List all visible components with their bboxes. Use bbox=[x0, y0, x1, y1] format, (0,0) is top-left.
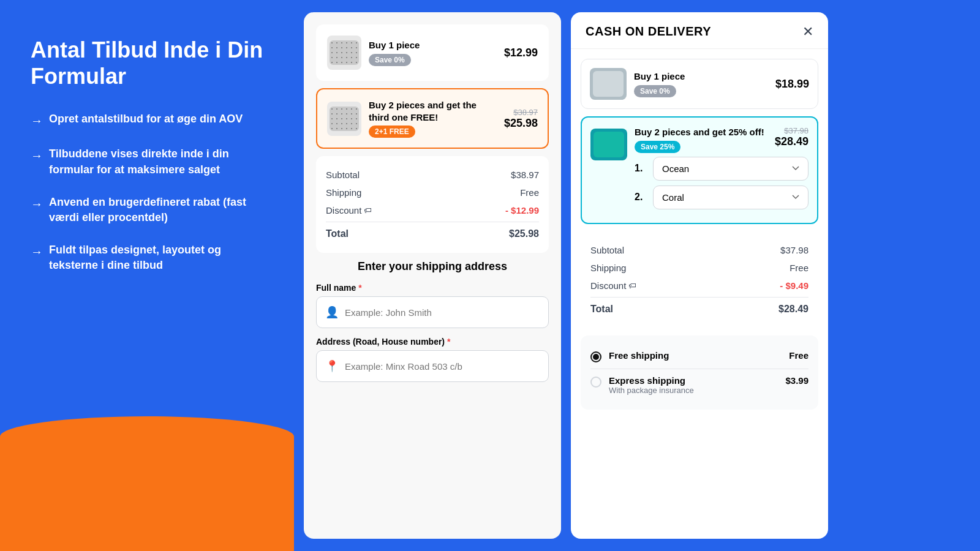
center-product-1-info: Buy 1 piece Save 0% bbox=[369, 39, 497, 66]
feature-item-3: → Anvend en brugerdefineret rabat (fast … bbox=[31, 195, 263, 225]
right-product-1-badge: Save 0% bbox=[634, 85, 676, 97]
right-subtotal-value: $37.98 bbox=[780, 245, 809, 255]
right-title: CASH ON DELIVERY bbox=[586, 24, 711, 39]
right-pillow-inner-1 bbox=[593, 71, 624, 97]
right-product-2-thumb bbox=[590, 129, 627, 160]
right-total-label: Total bbox=[590, 304, 613, 315]
right-product-2-price-value: $28.49 bbox=[775, 135, 809, 148]
center-subtotal-row: Subtotal $38.97 bbox=[326, 166, 539, 184]
center-product-2-price-value: $25.98 bbox=[504, 117, 538, 130]
left-panel: Antal Tilbud Inde i Din Formular → Opret… bbox=[0, 0, 294, 551]
full-name-field: Full name * 👤 bbox=[316, 283, 549, 328]
shipping-form-title: Enter your shipping address bbox=[316, 260, 549, 273]
center-product-1-badges: Save 0% bbox=[369, 54, 497, 66]
arrow-icon-3: → bbox=[31, 195, 43, 225]
right-product-2[interactable]: Buy 2 pieces and get 25% off! Save 25% $… bbox=[581, 116, 818, 224]
right-content: Buy 1 piece Save 0% $18.99 Buy 2 pieces … bbox=[571, 49, 828, 419]
shipping-free-text: Free shipping bbox=[609, 350, 782, 361]
right-total-row: Total $28.49 bbox=[590, 297, 809, 318]
center-product-2-info: Buy 2 pieces and get the third one FREE!… bbox=[369, 99, 497, 138]
center-product-1-price: $12.99 bbox=[504, 47, 538, 59]
center-product-1[interactable]: Buy 1 piece Save 0% $12.99 bbox=[316, 24, 549, 81]
right-discount-value: - $9.49 bbox=[780, 280, 809, 291]
feature-text-3: Anvend en brugerdefineret rabat (fast væ… bbox=[49, 195, 263, 225]
shipping-option-free[interactable]: Free shipping Free bbox=[590, 344, 809, 369]
center-product-2-badges: 2+1 FREE bbox=[369, 126, 497, 138]
dropdown-row-2: 2. Coral bbox=[635, 186, 809, 209]
feature-item-1: → Opret antalstilbud for at øge din AOV bbox=[31, 111, 263, 129]
center-discount-row: Discount 🏷 - $12.99 bbox=[326, 201, 539, 219]
right-product-1-price: $18.99 bbox=[775, 78, 809, 91]
full-name-input-wrapper[interactable]: 👤 bbox=[316, 296, 549, 328]
shipping-option-express[interactable]: Express shipping With package insurance … bbox=[590, 369, 809, 401]
close-button[interactable]: ✕ bbox=[802, 25, 813, 39]
feature-text-4: Fuldt tilpas designet, layoutet og tekst… bbox=[49, 242, 263, 273]
center-total-label: Total bbox=[326, 228, 349, 239]
dropdown-num-1: 1. bbox=[635, 163, 647, 174]
shipping-free-price: Free bbox=[789, 350, 809, 361]
center-product-2-title: Buy 2 pieces and get the third one FREE! bbox=[369, 99, 497, 123]
center-product-2-original-price: $38.97 bbox=[504, 108, 538, 117]
center-product-1-title: Buy 1 piece bbox=[369, 39, 497, 51]
arrow-icon-4: → bbox=[31, 243, 43, 273]
right-product-1-info: Buy 1 piece Save 0% bbox=[634, 70, 768, 97]
center-subtotal-label: Subtotal bbox=[326, 170, 360, 180]
dropdown-num-2: 2. bbox=[635, 192, 647, 203]
full-name-label: Full name * bbox=[316, 283, 549, 293]
orange-wave bbox=[0, 416, 294, 551]
center-discount-label-wrapper: Discount 🏷 bbox=[326, 205, 372, 216]
center-product-2-thumb bbox=[327, 102, 361, 136]
shipping-free-label: Free shipping bbox=[609, 350, 782, 361]
dropdown-select-2[interactable]: Coral bbox=[653, 186, 809, 209]
center-shipping-label: Shipping bbox=[326, 187, 361, 198]
arrow-icon-2: → bbox=[31, 147, 43, 177]
right-product-1-price-value: $18.99 bbox=[775, 78, 809, 91]
right-product-1[interactable]: Buy 1 piece Save 0% $18.99 bbox=[581, 59, 818, 109]
shipping-express-sub: With package insurance bbox=[609, 386, 778, 395]
center-total-row: Total $25.98 bbox=[326, 222, 539, 243]
center-discount-label: Discount bbox=[326, 205, 361, 216]
right-product-2-badges: Save 25% bbox=[635, 141, 764, 153]
right-product-2-info: Buy 2 pieces and get 25% off! Save 25% bbox=[635, 126, 764, 153]
location-icon: 📍 bbox=[325, 359, 339, 373]
right-product-1-thumb bbox=[590, 68, 627, 100]
required-asterisk: * bbox=[358, 283, 361, 293]
center-shipping-value: Free bbox=[520, 187, 539, 198]
center-product-1-thumb bbox=[327, 36, 361, 70]
address-input[interactable] bbox=[345, 361, 540, 372]
right-product-2-body: Buy 2 pieces and get 25% off! Save 25% $… bbox=[635, 126, 809, 214]
right-summary: Subtotal $37.98 Shipping Free Discount 🏷… bbox=[581, 231, 818, 328]
right-pillow-inner-2 bbox=[594, 132, 624, 157]
right-subtotal-row: Subtotal $37.98 bbox=[590, 241, 809, 259]
feature-item-4: → Fuldt tilpas designet, layoutet og tek… bbox=[31, 242, 263, 273]
pillow-dots-icon-2 bbox=[330, 107, 359, 131]
right-discount-tag-icon: 🏷 bbox=[628, 281, 636, 290]
full-name-input[interactable] bbox=[345, 307, 540, 318]
center-product-2[interactable]: Buy 2 pieces and get the third one FREE!… bbox=[316, 88, 549, 149]
person-icon: 👤 bbox=[325, 305, 339, 319]
right-discount-label-wrapper: Discount 🏷 bbox=[590, 280, 636, 291]
feature-text-1: Opret antalstilbud for at øge din AOV bbox=[49, 111, 243, 129]
right-discount-label: Discount bbox=[590, 280, 626, 291]
right-shipping-row: Shipping Free bbox=[590, 259, 809, 277]
required-asterisk-2: * bbox=[447, 337, 450, 347]
center-subtotal-value: $38.97 bbox=[511, 170, 539, 180]
right-panel: CASH ON DELIVERY ✕ Buy 1 piece Save 0% $… bbox=[571, 12, 828, 539]
right-shipping-label: Shipping bbox=[590, 263, 626, 273]
address-label: Address (Road, House number) * bbox=[316, 337, 549, 347]
address-input-wrapper[interactable]: 📍 bbox=[316, 350, 549, 382]
radio-free[interactable] bbox=[590, 351, 601, 362]
right-subtotal-label: Subtotal bbox=[590, 245, 624, 255]
center-panel: Buy 1 piece Save 0% $12.99 Buy 2 pieces … bbox=[304, 12, 561, 539]
radio-express[interactable] bbox=[590, 377, 601, 388]
dropdown-select-1[interactable]: Ocean bbox=[653, 157, 809, 181]
dropdown-row-1: 1. Ocean bbox=[635, 157, 809, 181]
right-product-2-title: Buy 2 pieces and get 25% off! bbox=[635, 126, 764, 138]
radio-dot-free bbox=[593, 354, 599, 360]
right-header: CASH ON DELIVERY ✕ bbox=[571, 12, 828, 49]
right-discount-row: Discount 🏷 - $9.49 bbox=[590, 277, 809, 294]
right-shipping-value: Free bbox=[790, 263, 809, 273]
center-product-1-price-value: $12.99 bbox=[504, 47, 538, 59]
shipping-express-label: Express shipping bbox=[609, 375, 778, 386]
feature-list: → Opret antalstilbud for at øge din AOV … bbox=[31, 111, 263, 273]
